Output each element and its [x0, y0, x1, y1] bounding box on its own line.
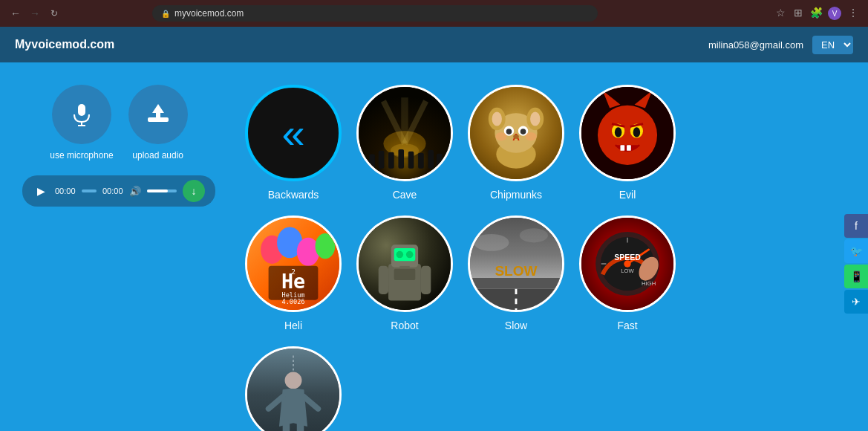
voice-item-alien[interactable]: [245, 346, 342, 431]
voice-item-evil[interactable]: Evil: [579, 85, 676, 201]
svg-point-70: [474, 234, 509, 251]
twitter-icon: 🐦: [850, 245, 863, 257]
svg-point-51: [316, 233, 336, 259]
svg-rect-16: [437, 154, 443, 169]
svg-point-86: [285, 372, 302, 389]
voice-item-fast[interactable]: SPEED LOW HIGH Fast: [579, 216, 676, 331]
svg-point-32: [495, 132, 506, 140]
progress-bar[interactable]: [82, 189, 97, 192]
browser-chrome: ← → ↻ 🔒 myvoicemod.com ☆ ⊞ 🧩 V ⋮: [0, 0, 868, 27]
lock-icon: 🔒: [161, 10, 170, 18]
voices-grid: « Backwards: [245, 85, 846, 431]
download-button[interactable]: ↓: [183, 180, 205, 202]
app-header: Myvoicemod.com milina058@gmail.com EN ES…: [0, 27, 868, 62]
svg-rect-87: [283, 419, 290, 431]
voice-item-slow[interactable]: SLOW Slow: [468, 216, 564, 331]
svg-point-29: [506, 129, 512, 135]
svg-point-62: [406, 251, 414, 259]
svg-point-71: [520, 228, 548, 242]
voice-circle-robot: [356, 216, 453, 312]
svg-point-61: [397, 251, 404, 259]
svg-point-41: [615, 127, 622, 137]
url-text: myvoicemod.com: [174, 8, 244, 19]
voice-item-chipmunks[interactable]: A Chipmunks: [468, 85, 564, 201]
star-icon[interactable]: ☆: [774, 7, 786, 19]
voices-row-1: « Backwards: [245, 85, 846, 201]
facebook-button[interactable]: f: [844, 214, 868, 238]
voice-label-robot: Robot: [391, 320, 418, 331]
svg-point-42: [633, 127, 641, 137]
language-select[interactable]: EN ES FR DE: [812, 36, 853, 54]
forward-button[interactable]: →: [28, 7, 42, 20]
reload-button[interactable]: ↻: [48, 7, 61, 20]
voice-label-slow: Slow: [505, 320, 527, 331]
voice-item-backwards[interactable]: « Backwards: [245, 85, 342, 201]
whatsapp-button[interactable]: 📱: [844, 265, 868, 288]
svg-text:SPEED: SPEED: [614, 253, 641, 262]
voice-label-backwards: Backwards: [268, 189, 319, 201]
voice-label-cave: Cave: [393, 189, 417, 201]
svg-point-30: [521, 129, 526, 135]
puzzle-icon[interactable]: 🧩: [810, 7, 822, 19]
svg-point-33: [525, 132, 536, 140]
profile-icon[interactable]: V: [828, 7, 841, 20]
voice-circle-heli: 2 He Helium 4.0026: [245, 216, 342, 312]
twitter-button[interactable]: 🐦: [844, 239, 868, 263]
microphone-icon: [52, 85, 111, 144]
svg-rect-14: [418, 153, 424, 169]
upload-label: upload audio: [132, 150, 183, 161]
mic-upload-row: use microphone upload audio: [50, 85, 187, 161]
upload-audio-button[interactable]: upload audio: [128, 85, 188, 161]
volume-icon: 🔊: [129, 186, 141, 197]
svg-rect-15: [428, 150, 434, 169]
svg-rect-11: [388, 152, 394, 169]
voice-circle-fast: SPEED LOW HIGH: [579, 216, 676, 312]
svg-rect-88: [297, 419, 304, 431]
volume-bar[interactable]: [147, 189, 177, 192]
svg-rect-46: [627, 145, 631, 151]
use-microphone-button[interactable]: use microphone: [50, 85, 113, 161]
svg-text:4.0026: 4.0026: [282, 298, 305, 305]
svg-rect-12: [398, 149, 404, 169]
svg-rect-63: [399, 266, 409, 269]
back-button[interactable]: ←: [9, 7, 22, 20]
voice-item-robot[interactable]: Robot: [356, 216, 453, 331]
voice-label-chipmunks: Chipmunks: [490, 189, 542, 201]
svg-text:LOW: LOW: [621, 268, 634, 274]
svg-rect-10: [379, 151, 385, 169]
telegram-button[interactable]: ✈: [844, 290, 868, 314]
voices-row-3: [245, 346, 846, 431]
facebook-icon: f: [855, 220, 858, 232]
mic-label: use microphone: [50, 150, 113, 161]
current-time: 00:00: [55, 187, 76, 195]
svg-text:Helium: Helium: [282, 291, 305, 299]
header-right: milina058@gmail.com EN ES FR DE: [708, 36, 853, 54]
svg-point-36: [598, 106, 657, 165]
play-button[interactable]: ▶: [33, 183, 49, 199]
svg-rect-66: [421, 266, 431, 294]
audio-player: ▶ 00:00 00:00 🔊 ↓: [22, 175, 215, 207]
voice-label-fast: Fast: [617, 320, 637, 331]
svg-point-25: [492, 111, 502, 126]
voice-circle-evil: [579, 85, 676, 181]
svg-point-8: [391, 143, 419, 158]
svg-text:He: He: [281, 270, 305, 293]
svg-rect-5: [156, 111, 160, 119]
backwards-icon: «: [281, 109, 304, 158]
telegram-icon: ✈: [852, 296, 861, 308]
extensions-icon[interactable]: ⊞: [792, 7, 804, 19]
svg-rect-9: [369, 155, 375, 169]
voice-item-cave[interactable]: Cave: [356, 85, 453, 201]
voice-item-heli[interactable]: 2 He Helium 4.0026 Heli: [245, 216, 342, 331]
menu-icon[interactable]: ⋮: [847, 7, 859, 19]
voice-label-evil: Evil: [619, 189, 636, 201]
svg-point-34: [513, 135, 519, 139]
svg-text:HIGH: HIGH: [642, 280, 656, 287]
whatsapp-icon: 📱: [850, 270, 863, 282]
voice-circle-chipmunks: A: [468, 85, 564, 181]
svg-rect-65: [379, 266, 388, 294]
upload-icon: [128, 85, 188, 144]
svg-point-26: [530, 111, 540, 126]
svg-text:SLOW: SLOW: [495, 263, 537, 279]
address-bar: 🔒 myvoicemod.com: [152, 5, 598, 22]
